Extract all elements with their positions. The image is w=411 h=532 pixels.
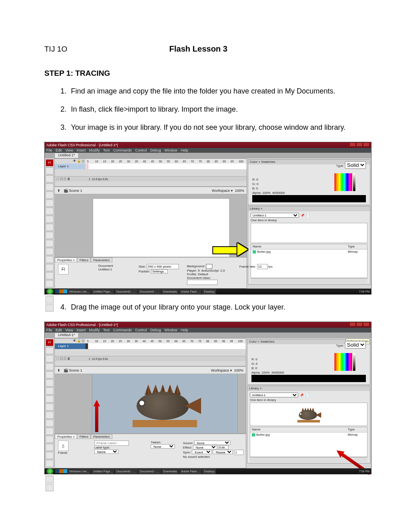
taskbar-item[interactable]: Adobe Flash ... bbox=[179, 469, 201, 474]
stage-canvas[interactable] bbox=[92, 374, 238, 434]
taskbar-item[interactable]: Untitled Page... bbox=[91, 469, 114, 474]
workspace-switcher[interactable]: Workspace ▾ bbox=[212, 189, 233, 193]
library-col-name[interactable]: Name bbox=[251, 244, 348, 249]
start-button-icon[interactable] bbox=[46, 468, 54, 474]
tools-panel[interactable]: Fl bbox=[45, 158, 55, 289]
library-col-name[interactable]: Name bbox=[250, 427, 348, 432]
quick-launch-icon[interactable] bbox=[55, 469, 59, 473]
system-tray[interactable]: 7:56 PM bbox=[357, 470, 371, 473]
size-button[interactable] bbox=[147, 264, 179, 269]
rgb-inputs[interactable]: R: 0G: 0B: 0 Alpha: 100% #000000 bbox=[252, 177, 285, 195]
stage-area[interactable] bbox=[54, 374, 246, 434]
library-tab[interactable]: Library × bbox=[250, 206, 262, 211]
taskbar-item[interactable]: Untitled Page... bbox=[91, 289, 114, 294]
pin-icon[interactable]: 📌 bbox=[301, 214, 305, 217]
subselection-tool-icon[interactable] bbox=[46, 355, 54, 362]
eraser-tool-icon[interactable] bbox=[46, 272, 54, 279]
rectangle-tool-icon[interactable] bbox=[46, 403, 54, 411]
frame-rate-input[interactable] bbox=[257, 264, 268, 269]
settings-button[interactable] bbox=[151, 269, 168, 274]
paint-bucket-tool-icon[interactable] bbox=[46, 256, 54, 263]
keyframe-1[interactable] bbox=[85, 164, 88, 169]
timeline-frames[interactable] bbox=[85, 343, 246, 349]
color-brightness-bar[interactable] bbox=[353, 173, 355, 191]
menu-item[interactable]: Text bbox=[103, 148, 110, 152]
taskbar-item[interactable]: Document2 - ... bbox=[138, 289, 161, 294]
fill-color-icon[interactable] bbox=[46, 484, 54, 491]
layer-toggle-icons[interactable]: 👁 🔒 ◻ bbox=[73, 339, 85, 343]
timeline-panel[interactable]: 👁 🔒 ◻ Layer 1 51015202530354045505560657… bbox=[54, 158, 247, 187]
doc-class-input[interactable] bbox=[187, 280, 218, 285]
selection-tool-icon[interactable] bbox=[46, 347, 54, 354]
quick-launch-icon[interactable] bbox=[55, 289, 59, 293]
swatches-tab[interactable]: Swatches bbox=[261, 160, 275, 164]
taskbar-item[interactable]: Desktop bbox=[202, 469, 216, 474]
timeline-panel[interactable]: 👁 🔒 ◻ Layer 1 51015202530354045505560657… bbox=[54, 338, 246, 366]
taskbar-item[interactable]: Windows Live... bbox=[68, 469, 91, 474]
library-col-type[interactable]: Type bbox=[348, 427, 367, 432]
properties-panel[interactable]: Properties × Filters Parameters Fl Docum… bbox=[54, 257, 247, 289]
menu-item[interactable]: Commands bbox=[113, 328, 132, 332]
new-library-icon[interactable]: 📄 bbox=[306, 214, 310, 217]
pin-icon[interactable]: 📌 bbox=[300, 393, 304, 397]
eyedropper-tool-icon[interactable] bbox=[46, 264, 54, 271]
tab-properties[interactable]: Properties × bbox=[55, 434, 77, 439]
bg-color-swatch[interactable] bbox=[206, 264, 212, 269]
tools-panel[interactable]: Fl bbox=[45, 338, 55, 468]
menu-bar[interactable]: File Edit View Insert Modify Text Comman… bbox=[45, 148, 371, 153]
tab-filters[interactable]: Filters bbox=[77, 434, 91, 439]
menu-item[interactable]: Control bbox=[135, 148, 147, 152]
menu-item[interactable]: File bbox=[46, 328, 52, 332]
repeat-count-input[interactable] bbox=[234, 450, 244, 455]
layer-row[interactable]: Layer 1 bbox=[55, 164, 89, 169]
swatches-tab[interactable]: Swatches bbox=[260, 340, 274, 343]
library-col-type[interactable]: Type bbox=[348, 244, 367, 249]
line-tool-icon[interactable] bbox=[46, 216, 54, 223]
quick-launch-icon[interactable] bbox=[63, 469, 67, 473]
menu-item[interactable]: File bbox=[46, 148, 52, 152]
workspace-switcher[interactable]: Workspace ▾ bbox=[211, 368, 232, 372]
rgb-inputs[interactable]: R: 0G: 0B: 0 Alpha: 100% #000000 bbox=[251, 357, 284, 375]
free-transform-tool-icon[interactable] bbox=[46, 183, 54, 191]
scene-name[interactable]: ⬆ 🎬 Scene 1 bbox=[57, 189, 82, 193]
zoom-level[interactable]: 100% bbox=[235, 189, 244, 193]
paint-bucket-tool-icon[interactable] bbox=[46, 436, 54, 443]
eraser-tool-icon[interactable] bbox=[46, 452, 54, 459]
ink-bottle-tool-icon[interactable] bbox=[46, 248, 54, 255]
tab-filters[interactable]: Filters bbox=[77, 258, 91, 262]
menu-item[interactable]: Edit bbox=[56, 328, 62, 332]
menu-item[interactable]: View bbox=[65, 328, 73, 332]
stage-canvas[interactable] bbox=[93, 198, 230, 257]
timeline-frames[interactable] bbox=[85, 164, 247, 169]
menu-item[interactable]: Help bbox=[181, 328, 189, 332]
taskbar-item[interactable]: Desktop bbox=[202, 289, 216, 294]
sync-select[interactable]: Event bbox=[192, 450, 212, 454]
library-item-row[interactable]: Butter.jpgBitmap bbox=[251, 249, 367, 254]
color-spectrum[interactable] bbox=[334, 353, 352, 371]
library-doc-select[interactable]: Untitled-1 bbox=[251, 213, 299, 218]
color-brightness-bar[interactable] bbox=[353, 353, 355, 371]
taskbar-item[interactable]: Document1 - ... bbox=[115, 469, 137, 474]
layer-toggle-icons[interactable]: 👁 🔒 ◻ bbox=[73, 159, 85, 163]
menu-item[interactable]: Commands bbox=[113, 148, 132, 152]
color-tab[interactable]: Color × bbox=[249, 340, 259, 343]
menu-item[interactable]: Debug bbox=[150, 148, 161, 152]
color-type-select[interactable]: Solid bbox=[345, 341, 366, 349]
menu-bar[interactable]: File Edit View Insert Modify Text Comman… bbox=[45, 328, 371, 332]
taskbar-item[interactable]: Adobe Flash ... bbox=[179, 289, 201, 294]
system-tray[interactable]: 7:56 PM bbox=[357, 290, 371, 293]
selection-tool-icon[interactable] bbox=[46, 167, 54, 175]
color-tab[interactable]: Color × bbox=[250, 160, 260, 164]
properties-tabs[interactable]: Properties × Filters Parameters bbox=[55, 258, 247, 262]
text-tool-icon[interactable] bbox=[46, 387, 54, 395]
sound-select[interactable]: None bbox=[194, 441, 230, 445]
library-panel[interactable]: Library × Untitled-1📌📄 One item in libra… bbox=[247, 386, 370, 463]
stroke-color-icon[interactable] bbox=[46, 476, 54, 483]
lasso-tool-icon[interactable] bbox=[46, 191, 54, 199]
menu-item[interactable]: Insert bbox=[77, 148, 86, 152]
keyframe-1[interactable] bbox=[85, 343, 88, 349]
lasso-tool-icon[interactable] bbox=[46, 371, 54, 378]
tab-parameters[interactable]: Parameters bbox=[91, 258, 112, 262]
color-spectrum[interactable] bbox=[334, 173, 352, 191]
library-doc-select[interactable]: Untitled-1 bbox=[250, 393, 298, 397]
